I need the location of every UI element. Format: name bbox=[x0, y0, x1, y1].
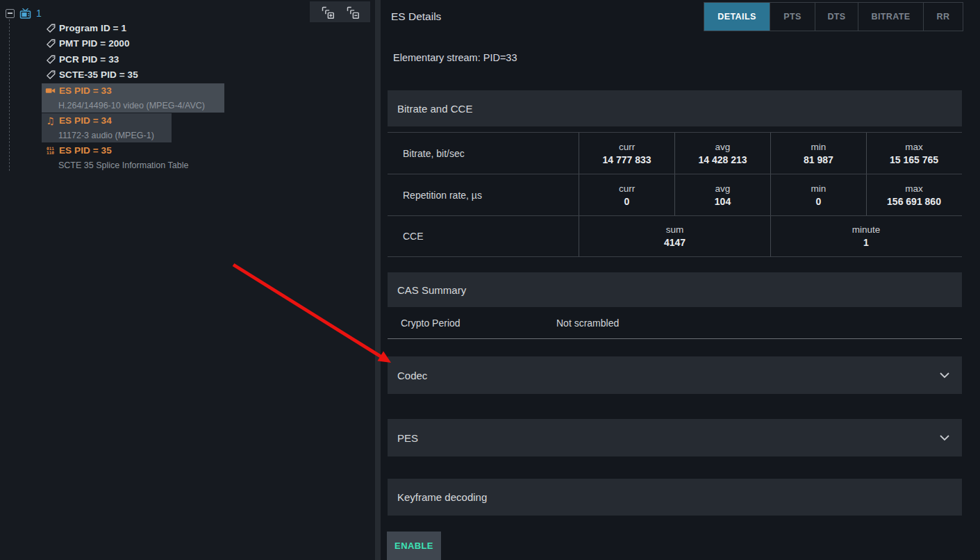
table-row-repetition-rate: Repetition rate, µs curr0 avg104 min0 ma… bbox=[388, 174, 962, 216]
tree-indent-guide bbox=[9, 19, 10, 171]
panel-divider[interactable] bbox=[375, 0, 381, 560]
tree-item-program-id[interactable]: Program ID = 1 bbox=[44, 21, 126, 35]
section-header-codec[interactable]: Codec bbox=[388, 356, 962, 394]
tree-item-pmt-pid[interactable]: PMT PID = 2000 bbox=[44, 36, 130, 51]
tree-subitem-es35-table[interactable]: SCTE 35 Splice Information Table bbox=[58, 158, 188, 172]
table-row-bitrate: Bitrate, bit/sec curr14 777 833 avg14 42… bbox=[388, 133, 962, 174]
elementary-stream-label: Elementary stream: PID=33 bbox=[393, 52, 517, 63]
video-camera-icon bbox=[44, 85, 57, 96]
crypto-period-row: Crypto Period Not scrambled bbox=[388, 307, 962, 339]
tv-icon bbox=[19, 8, 32, 19]
tree-subitem-es34-codec[interactable]: 11172-3 audio (MPEG-1) bbox=[58, 128, 154, 142]
enable-button[interactable]: ENABLE bbox=[387, 532, 441, 560]
section-header-pes[interactable]: PES bbox=[388, 419, 962, 456]
es-details-panel: ES Details DETAILS PTS DTS BITRATE RR El… bbox=[381, 0, 980, 560]
tab-pts[interactable]: PTS bbox=[770, 3, 815, 31]
section-header-keyframe-decoding: Keyframe decoding bbox=[388, 479, 962, 516]
tag-icon bbox=[44, 23, 57, 34]
page-title: ES Details bbox=[391, 10, 441, 23]
tree-item-pcr-pid[interactable]: PCR PID = 33 bbox=[44, 52, 119, 67]
crypto-period-label: Crypto Period bbox=[388, 318, 556, 329]
program-number-label: 1 bbox=[36, 8, 42, 19]
tag-icon bbox=[44, 69, 57, 81]
tree-item-scte35-pid[interactable]: SCTE-35 PID = 35 bbox=[44, 67, 138, 82]
collapse-all-button[interactable] bbox=[345, 4, 360, 19]
tab-bitrate[interactable]: BITRATE bbox=[858, 3, 924, 31]
tree-subitem-es33-codec[interactable]: H.264/14496-10 video (MPEG-4/AVC) bbox=[58, 98, 205, 113]
table-row-cce: CCE sum4147 minute1 bbox=[388, 216, 962, 256]
tab-details[interactable]: DETAILS bbox=[704, 3, 770, 31]
tag-icon bbox=[44, 54, 57, 65]
tree-root-program[interactable]: 1 bbox=[6, 6, 42, 20]
tree-item-es-pid-35[interactable]: 011 110 ES PID = 35 bbox=[44, 143, 112, 158]
tree-item-es-pid-34[interactable]: ♫ ES PID = 34 bbox=[44, 113, 112, 128]
tab-dts[interactable]: DTS bbox=[815, 3, 858, 31]
collapse-expander-icon[interactable] bbox=[6, 9, 15, 18]
section-header-cas-summary: CAS Summary bbox=[388, 272, 962, 307]
music-note-icon: ♫ bbox=[44, 116, 57, 126]
section-header-bitrate-cce: Bitrate and CCE bbox=[388, 90, 962, 126]
tab-rr[interactable]: RR bbox=[924, 3, 963, 31]
tree-item-es-pid-33[interactable]: ES PID = 33 bbox=[44, 83, 112, 98]
tag-icon bbox=[44, 38, 57, 49]
tree-toolbar bbox=[310, 1, 370, 22]
details-tab-bar: DETAILS PTS DTS BITRATE RR bbox=[704, 2, 963, 31]
expand-all-button[interactable] bbox=[319, 4, 335, 19]
bitrate-cce-table: Bitrate, bit/sec curr14 777 833 avg14 42… bbox=[388, 132, 962, 257]
crypto-period-value: Not scrambled bbox=[556, 318, 619, 329]
binary-data-icon: 011 110 bbox=[44, 147, 57, 155]
ts-analyzer-window: 1 bbox=[0, 0, 980, 560]
stream-tree-panel: 1 bbox=[0, 0, 375, 560]
chevron-down-icon[interactable] bbox=[940, 435, 949, 441]
chevron-down-icon[interactable] bbox=[940, 372, 949, 379]
